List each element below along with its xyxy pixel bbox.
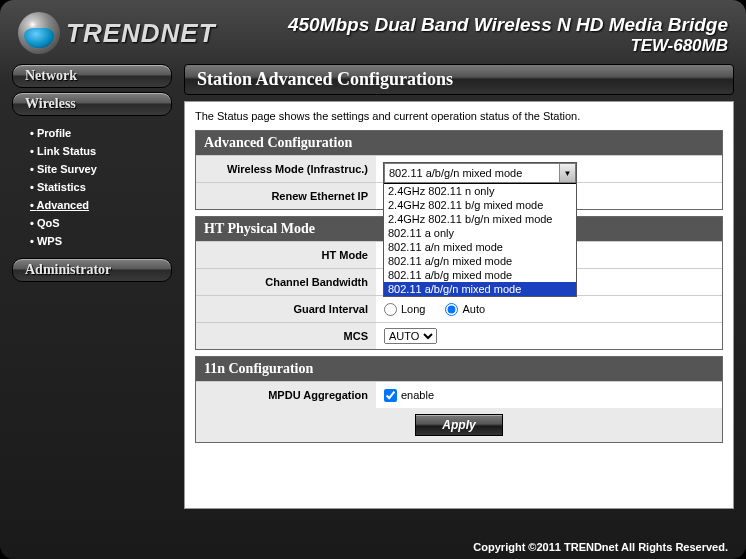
- mpdu-enable-checkbox[interactable]: enable: [384, 389, 434, 402]
- sidebar-item-link-status[interactable]: Link Status: [30, 142, 172, 160]
- sidebar-network[interactable]: Network: [12, 64, 172, 88]
- product-name: 450Mbps Dual Band Wireless N HD Media Br…: [288, 14, 728, 36]
- guard-auto-label: Auto: [462, 303, 485, 315]
- content-panel: The Status page shows the settings and c…: [184, 101, 734, 509]
- mcs-select[interactable]: AUTO: [384, 328, 437, 344]
- page-description: The Status page shows the settings and c…: [195, 108, 723, 130]
- wireless-mode-selected[interactable]: 802.11 a/b/g/n mixed mode ▼: [384, 163, 576, 183]
- advanced-config-header: Advanced Configuration: [196, 131, 722, 155]
- ht-mode-label: HT Mode: [196, 245, 376, 265]
- renew-ip-label: Renew Ethernet IP: [196, 186, 376, 206]
- header: TRENDNET 450Mbps Dual Band Wireless N HD…: [0, 0, 746, 56]
- model-name: TEW-680MB: [288, 36, 728, 56]
- wireless-mode-option[interactable]: 802.11 a/b/g mixed mode: [384, 268, 576, 282]
- sidebar-item-statistics[interactable]: Statistics: [30, 178, 172, 196]
- app-frame: TRENDNET 450Mbps Dual Band Wireless N HD…: [0, 0, 746, 559]
- eleven-n-header: 11n Configuration: [196, 357, 722, 381]
- chevron-down-icon[interactable]: ▼: [559, 164, 575, 182]
- mpdu-enable-label: enable: [401, 389, 434, 401]
- sidebar-administrator[interactable]: Administrator: [12, 258, 172, 282]
- channel-bandwidth-label: Channel Bandwidth: [196, 272, 376, 292]
- wireless-mode-option[interactable]: 2.4GHz 802.11 n only: [384, 184, 576, 198]
- brand-logo: TRENDNET: [18, 12, 216, 54]
- footer-copyright: Copyright ©2011 TRENDnet All Rights Rese…: [473, 541, 728, 553]
- header-titles: 450Mbps Dual Band Wireless N HD Media Br…: [288, 10, 728, 56]
- apply-button[interactable]: Apply: [415, 414, 502, 436]
- sidebar-wireless[interactable]: Wireless: [12, 92, 172, 116]
- sidebar-item-wps[interactable]: WPS: [30, 232, 172, 250]
- wireless-mode-option[interactable]: 802.11 a/n mixed mode: [384, 240, 576, 254]
- page-title: Station Advanced Configurations: [184, 64, 734, 95]
- wireless-mode-option[interactable]: 2.4GHz 802.11 b/g/n mixed mode: [384, 212, 576, 226]
- wireless-mode-options: 2.4GHz 802.11 n only 2.4GHz 802.11 b/g m…: [384, 183, 576, 296]
- wireless-mode-label: Wireless Mode (Infrastruc.): [196, 159, 376, 179]
- sidebar: Network Wireless Profile Link Status Sit…: [12, 64, 172, 509]
- guard-interval-label: Guard Interval: [196, 299, 376, 319]
- wireless-mode-selected-text: 802.11 a/b/g/n mixed mode: [389, 167, 522, 179]
- guard-long-radio[interactable]: Long: [384, 303, 425, 316]
- sidebar-item-qos[interactable]: QoS: [30, 214, 172, 232]
- mpdu-label: MPDU Aggregation: [196, 385, 376, 405]
- mcs-label: MCS: [196, 326, 376, 346]
- eleven-n-group: 11n Configuration MPDU Aggregation enabl…: [195, 356, 723, 443]
- wireless-mode-option[interactable]: 802.11 a/g/n mixed mode: [384, 254, 576, 268]
- sidebar-item-site-survey[interactable]: Site Survey: [30, 160, 172, 178]
- sidebar-item-profile[interactable]: Profile: [30, 124, 172, 142]
- sidebar-wireless-list: Profile Link Status Site Survey Statisti…: [12, 120, 172, 258]
- wireless-mode-option[interactable]: 802.11 a/b/g/n mixed mode: [384, 282, 576, 296]
- brand-text: TRENDNET: [66, 18, 216, 49]
- sidebar-item-advanced[interactable]: Advanced: [30, 196, 172, 214]
- logo-orb-icon: [18, 12, 60, 54]
- guard-auto-radio[interactable]: Auto: [445, 303, 485, 316]
- content: Station Advanced Configurations The Stat…: [184, 64, 734, 509]
- wireless-mode-select[interactable]: 802.11 a/b/g/n mixed mode ▼ 2.4GHz 802.1…: [383, 162, 577, 297]
- wireless-mode-option[interactable]: 802.11 a only: [384, 226, 576, 240]
- guard-long-label: Long: [401, 303, 425, 315]
- wireless-mode-option[interactable]: 2.4GHz 802.11 b/g mixed mode: [384, 198, 576, 212]
